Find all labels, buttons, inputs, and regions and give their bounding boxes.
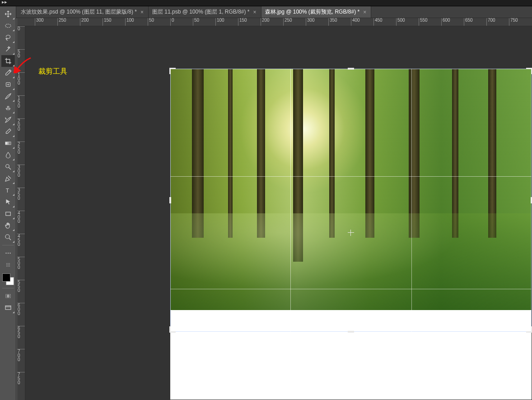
svg-point-0 <box>5 24 11 28</box>
path-selection-tool[interactable] <box>1 196 15 208</box>
screen-mode-toggle[interactable] <box>1 302 15 314</box>
svg-text:T: T <box>5 188 9 194</box>
ruler-tick: 200 <box>80 18 89 26</box>
toolbox: T <box>0 6 16 400</box>
ruler-tick: 650 <box>17 326 25 339</box>
crop-handle-top[interactable] <box>348 68 354 70</box>
ruler-tick: 300 <box>35 18 44 26</box>
close-icon[interactable]: × <box>140 9 145 15</box>
crop-handle-bottom[interactable] <box>348 331 354 333</box>
move-tool[interactable] <box>1 8 15 20</box>
ruler-tick: 100 <box>17 72 25 85</box>
tab-label: 森林.jpg @ 100% (裁剪预览, RGB/8#) * <box>265 8 360 16</box>
healing-brush-tool[interactable] <box>1 79 15 90</box>
crop-grid-line <box>170 289 532 289</box>
hand-tool[interactable] <box>1 220 15 231</box>
ruler-tick: 0 <box>17 26 25 31</box>
ruler-tick: 700 <box>17 349 25 362</box>
svg-point-13 <box>9 263 10 264</box>
svg-point-1 <box>6 38 7 39</box>
magic-wand-tool[interactable] <box>1 43 15 55</box>
crop-center-marker[interactable] <box>348 230 354 236</box>
svg-point-15 <box>8 264 9 265</box>
crop-border <box>170 69 532 332</box>
crop-handle-bottom-right[interactable] <box>526 326 532 333</box>
document-tab[interactable]: 水波纹效果.psd @ 100% (图层 11, 图层蒙版/8) * × <box>17 6 149 18</box>
ruler-tick: 600 <box>17 303 25 315</box>
ruler-tick: 400 <box>351 18 360 26</box>
document-tab[interactable]: 图层 11.psb @ 100% (图层 1, RGB/8#) * × <box>149 6 261 18</box>
canvas-area[interactable] <box>25 26 532 400</box>
tab-label: 图层 11.psb @ 100% (图层 1, RGB/8#) * <box>152 8 250 16</box>
eyedropper-tool[interactable] <box>1 67 15 79</box>
crop-handle-left[interactable] <box>169 197 171 203</box>
ruler-tick: 100 <box>125 18 134 26</box>
svg-point-10 <box>9 253 10 254</box>
menu-bar-stub: ▸▸ <box>0 0 532 6</box>
crop-handle-top-left[interactable] <box>169 68 176 74</box>
history-brush-tool[interactable] <box>1 114 15 126</box>
close-icon[interactable]: × <box>252 9 257 15</box>
ruler-vertical[interactable]: 0501001502002503003504004505005506006507… <box>17 26 25 400</box>
crop-grid-line <box>411 69 412 332</box>
ruler-tick: 250 <box>17 141 25 154</box>
ruler-horizontal[interactable]: 3002502001501005005010015020025030035040… <box>17 18 532 26</box>
edit-toolbar-button[interactable] <box>1 247 15 259</box>
blur-tool[interactable] <box>1 149 15 161</box>
brush-tool[interactable] <box>1 90 15 102</box>
svg-point-19 <box>9 266 10 267</box>
crop-tool[interactable] <box>1 55 15 67</box>
eraser-tool[interactable] <box>1 126 15 137</box>
svg-rect-3 <box>5 142 11 145</box>
svg-point-9 <box>7 253 8 254</box>
svg-rect-22 <box>5 306 11 310</box>
ruler-tick: 550 <box>17 280 25 292</box>
zoom-tool[interactable] <box>1 231 15 243</box>
ruler-tick: 700 <box>486 18 495 26</box>
color-swatches[interactable] <box>1 273 15 286</box>
tab-label: 水波纹效果.psd @ 100% (图层 11, 图层蒙版/8) * <box>21 8 137 16</box>
ruler-tick: 200 <box>17 118 25 131</box>
ruler-tick: 500 <box>17 257 25 269</box>
marquee-tool[interactable] <box>1 20 15 32</box>
close-icon[interactable]: × <box>362 9 367 15</box>
svg-point-21 <box>7 295 9 297</box>
ruler-tick: 150 <box>238 18 247 26</box>
annotation-label: 裁剪工具 <box>38 67 67 76</box>
svg-rect-6 <box>5 212 10 216</box>
quick-mask-toggle[interactable] <box>1 290 15 302</box>
artboard <box>170 69 532 400</box>
dodge-tool[interactable] <box>1 161 15 173</box>
ruler-tick: 300 <box>17 165 25 177</box>
svg-point-4 <box>5 165 9 168</box>
crop-handle-bottom-left[interactable] <box>169 326 176 333</box>
svg-point-11 <box>6 263 7 264</box>
pen-tool[interactable] <box>1 173 15 184</box>
rectangle-tool[interactable] <box>1 208 15 220</box>
type-tool[interactable]: T <box>1 184 15 196</box>
ruler-tick: 50 <box>17 49 25 58</box>
svg-point-14 <box>6 264 7 265</box>
foreground-color-swatch[interactable] <box>2 273 10 282</box>
crop-overlay[interactable] <box>170 69 532 332</box>
ruler-tick: 500 <box>396 18 405 26</box>
document-tab-bar: 水波纹效果.psd @ 100% (图层 11, 图层蒙版/8) * × 图层 … <box>0 6 532 18</box>
ruler-tick: 550 <box>419 18 428 26</box>
crop-handle-top-right[interactable] <box>526 68 532 74</box>
svg-point-17 <box>6 266 7 267</box>
tool-presets-icon[interactable] <box>1 259 15 271</box>
svg-point-16 <box>9 264 10 265</box>
document-tab-active[interactable]: 森林.jpg @ 100% (裁剪预览, RGB/8#) * × <box>261 6 372 18</box>
expand-chevron-icon[interactable]: ▸▸ <box>2 0 7 5</box>
clone-stamp-tool[interactable] <box>1 102 15 114</box>
ruler-tick: 350 <box>328 18 337 26</box>
svg-point-18 <box>8 266 9 267</box>
ruler-tick: 250 <box>283 18 292 26</box>
ruler-tick: 0 <box>170 18 174 26</box>
ruler-tick: 750 <box>509 18 518 26</box>
ruler-tick: 250 <box>57 18 66 26</box>
gradient-tool[interactable] <box>1 137 15 149</box>
svg-point-7 <box>5 235 9 239</box>
lasso-tool[interactable] <box>1 32 15 43</box>
ruler-tick: 350 <box>17 188 25 200</box>
